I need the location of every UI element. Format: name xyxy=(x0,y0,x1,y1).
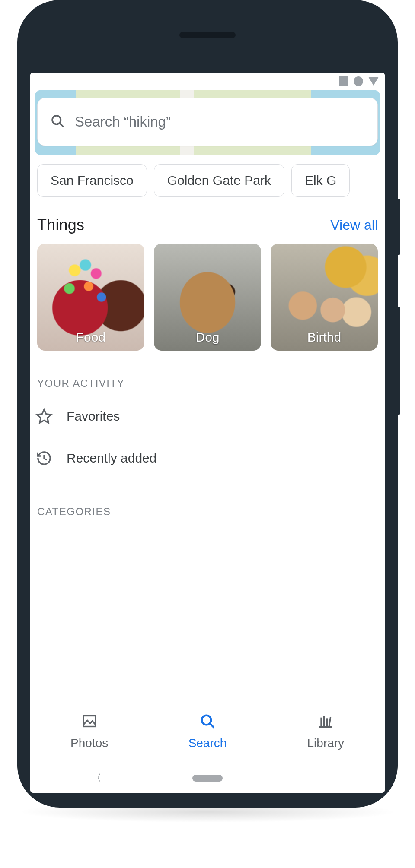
map-preview[interactable]: Search “hiking” xyxy=(35,90,380,155)
location-chips: San Francisco Golden Gate Park Elk G xyxy=(30,155,385,197)
bottom-nav: Photos Search xyxy=(30,700,385,763)
back-icon[interactable]: 〈 xyxy=(91,770,102,786)
nav-label: Search xyxy=(188,736,227,750)
svg-line-1 xyxy=(60,123,63,127)
chip-san-francisco[interactable]: San Francisco xyxy=(37,164,147,197)
svg-rect-3 xyxy=(83,716,95,727)
phone-side-button xyxy=(397,307,400,415)
status-square-icon xyxy=(339,76,348,86)
status-triangle-icon xyxy=(368,77,379,86)
history-icon xyxy=(35,450,53,467)
star-icon xyxy=(35,408,53,425)
things-title: Things xyxy=(37,216,84,234)
status-bar xyxy=(30,73,385,90)
system-nav-bar: 〈 xyxy=(30,763,385,793)
search-placeholder: Search “hiking” xyxy=(75,114,171,130)
home-handle[interactable] xyxy=(192,775,223,782)
phone-speaker xyxy=(179,32,236,38)
things-thumbnails: Food Dog Birthd xyxy=(30,244,385,351)
things-header: Things View all xyxy=(30,197,385,244)
library-icon xyxy=(317,713,334,733)
search-icon xyxy=(50,113,65,130)
thing-label: Birthd xyxy=(271,330,378,345)
phone-side-button xyxy=(397,199,400,255)
photos-icon xyxy=(81,713,98,733)
thing-dog[interactable]: Dog xyxy=(154,244,261,351)
thing-birthday[interactable]: Birthd xyxy=(271,244,378,351)
nav-label: Library xyxy=(307,736,345,750)
your-activity-header: YOUR ACTIVITY xyxy=(30,351,385,396)
row-favorites[interactable]: Favorites xyxy=(30,396,385,437)
chip-golden-gate-park[interactable]: Golden Gate Park xyxy=(154,164,284,197)
nav-search[interactable]: Search xyxy=(148,700,266,763)
phone-shell: Search “hiking” San Francisco Golden Gat… xyxy=(17,0,398,808)
chip-elk[interactable]: Elk G xyxy=(291,164,350,197)
svg-point-4 xyxy=(202,716,211,725)
row-label: Recently added xyxy=(67,451,156,466)
nav-label: Photos xyxy=(70,736,108,750)
row-label: Favorites xyxy=(67,409,120,424)
svg-line-10 xyxy=(329,717,331,726)
status-circle-icon xyxy=(354,76,363,86)
search-input[interactable]: Search “hiking” xyxy=(37,98,378,146)
thing-food[interactable]: Food xyxy=(37,244,144,351)
row-recently-added[interactable]: Recently added xyxy=(30,437,385,479)
nav-photos[interactable]: Photos xyxy=(30,700,148,763)
nav-library[interactable]: Library xyxy=(267,700,385,763)
things-view-all-link[interactable]: View all xyxy=(330,217,378,233)
svg-marker-2 xyxy=(37,409,51,423)
svg-line-5 xyxy=(210,724,214,728)
categories-header: CATEGORIES xyxy=(30,479,385,524)
search-icon xyxy=(199,713,216,733)
svg-point-0 xyxy=(52,116,61,124)
thing-label: Dog xyxy=(154,330,261,345)
thing-label: Food xyxy=(37,330,144,345)
app-screen: Search “hiking” San Francisco Golden Gat… xyxy=(30,73,385,793)
